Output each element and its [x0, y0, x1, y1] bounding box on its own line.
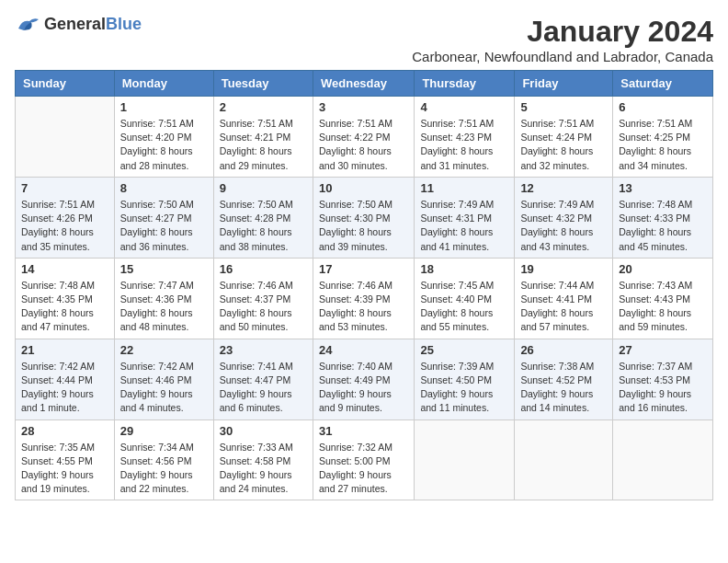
calendar-cell: 18Sunrise: 7:45 AMSunset: 4:40 PMDayligh…	[415, 258, 515, 339]
day-number: 21	[21, 343, 108, 357]
subtitle: Carbonear, Newfoundland and Labrador, Ca…	[412, 49, 713, 64]
header-monday: Monday	[114, 71, 213, 97]
logo-blue: Blue	[106, 15, 142, 33]
day-info: Sunrise: 7:39 AMSunset: 4:50 PMDaylight:…	[420, 360, 508, 416]
page-header: GeneralBlue January 2024 Carbonear, Newf…	[15, 15, 713, 64]
day-number: 23	[220, 343, 307, 357]
day-number: 3	[319, 100, 408, 114]
calendar-cell: 15Sunrise: 7:47 AMSunset: 4:36 PMDayligh…	[114, 258, 213, 339]
calendar-cell	[613, 419, 713, 500]
calendar-cell: 22Sunrise: 7:42 AMSunset: 4:46 PMDayligh…	[114, 339, 213, 419]
day-info: Sunrise: 7:34 AMSunset: 4:56 PMDaylight:…	[120, 441, 208, 497]
day-info: Sunrise: 7:40 AMSunset: 4:49 PMDaylight:…	[319, 360, 408, 416]
calendar-cell: 3Sunrise: 7:51 AMSunset: 4:22 PMDaylight…	[313, 97, 414, 178]
header-wednesday: Wednesday	[313, 71, 414, 97]
day-info: Sunrise: 7:51 AMSunset: 4:24 PMDaylight:…	[520, 117, 607, 173]
day-number: 24	[319, 343, 408, 357]
day-number: 11	[420, 181, 508, 195]
calendar-cell: 2Sunrise: 7:51 AMSunset: 4:21 PMDaylight…	[213, 97, 313, 178]
calendar-week-row: 7Sunrise: 7:51 AMSunset: 4:26 PMDaylight…	[16, 177, 713, 258]
calendar-week-row: 28Sunrise: 7:35 AMSunset: 4:55 PMDayligh…	[16, 419, 713, 500]
day-info: Sunrise: 7:51 AMSunset: 4:26 PMDaylight:…	[21, 198, 108, 254]
day-info: Sunrise: 7:38 AMSunset: 4:52 PMDaylight:…	[520, 360, 607, 416]
calendar-cell: 16Sunrise: 7:46 AMSunset: 4:37 PMDayligh…	[213, 258, 313, 339]
calendar-table: SundayMondayTuesdayWednesdayThursdayFrid…	[15, 70, 713, 500]
calendar-cell: 23Sunrise: 7:41 AMSunset: 4:47 PMDayligh…	[213, 339, 313, 419]
calendar-cell: 8Sunrise: 7:50 AMSunset: 4:27 PMDaylight…	[114, 177, 213, 258]
day-info: Sunrise: 7:51 AMSunset: 4:21 PMDaylight:…	[220, 117, 307, 173]
day-number: 8	[120, 181, 208, 195]
day-info: Sunrise: 7:48 AMSunset: 4:33 PMDaylight:…	[619, 198, 707, 254]
header-saturday: Saturday	[613, 71, 713, 97]
day-number: 28	[21, 424, 108, 438]
calendar-cell: 28Sunrise: 7:35 AMSunset: 4:55 PMDayligh…	[16, 419, 115, 500]
day-info: Sunrise: 7:43 AMSunset: 4:43 PMDaylight:…	[619, 279, 707, 335]
logo-icon	[15, 16, 40, 34]
title-area: January 2024 Carbonear, Newfoundland and…	[412, 15, 713, 64]
calendar-cell: 6Sunrise: 7:51 AMSunset: 4:25 PMDaylight…	[613, 97, 713, 178]
calendar-cell: 24Sunrise: 7:40 AMSunset: 4:49 PMDayligh…	[313, 339, 414, 419]
day-number: 5	[520, 100, 607, 114]
logo-general: General	[44, 15, 106, 33]
calendar-cell: 9Sunrise: 7:50 AMSunset: 4:28 PMDaylight…	[213, 177, 313, 258]
day-info: Sunrise: 7:51 AMSunset: 4:20 PMDaylight:…	[120, 117, 208, 173]
calendar-cell	[415, 419, 515, 500]
day-info: Sunrise: 7:47 AMSunset: 4:36 PMDaylight:…	[120, 279, 208, 335]
day-info: Sunrise: 7:41 AMSunset: 4:47 PMDaylight:…	[220, 360, 307, 416]
calendar-cell: 25Sunrise: 7:39 AMSunset: 4:50 PMDayligh…	[415, 339, 515, 419]
calendar-cell: 21Sunrise: 7:42 AMSunset: 4:44 PMDayligh…	[16, 339, 115, 419]
day-info: Sunrise: 7:44 AMSunset: 4:41 PMDaylight:…	[520, 279, 607, 335]
calendar-cell: 10Sunrise: 7:50 AMSunset: 4:30 PMDayligh…	[313, 177, 414, 258]
day-number: 4	[420, 100, 508, 114]
day-info: Sunrise: 7:32 AMSunset: 5:00 PMDaylight:…	[319, 441, 408, 497]
calendar-cell: 27Sunrise: 7:37 AMSunset: 4:53 PMDayligh…	[613, 339, 713, 419]
day-info: Sunrise: 7:51 AMSunset: 4:22 PMDaylight:…	[319, 117, 408, 173]
header-sunday: Sunday	[16, 71, 115, 97]
header-friday: Friday	[515, 71, 613, 97]
day-info: Sunrise: 7:51 AMSunset: 4:25 PMDaylight:…	[619, 117, 707, 173]
day-info: Sunrise: 7:50 AMSunset: 4:27 PMDaylight:…	[120, 198, 208, 254]
day-number: 18	[420, 262, 508, 276]
day-number: 6	[619, 100, 707, 114]
calendar-week-row: 14Sunrise: 7:48 AMSunset: 4:35 PMDayligh…	[16, 258, 713, 339]
calendar-header-row: SundayMondayTuesdayWednesdayThursdayFrid…	[16, 71, 713, 97]
day-number: 17	[319, 262, 408, 276]
day-number: 7	[21, 181, 108, 195]
calendar-cell: 29Sunrise: 7:34 AMSunset: 4:56 PMDayligh…	[114, 419, 213, 500]
calendar-week-row: 1Sunrise: 7:51 AMSunset: 4:20 PMDaylight…	[16, 97, 713, 178]
day-number: 1	[120, 100, 208, 114]
day-number: 2	[220, 100, 307, 114]
day-number: 10	[319, 181, 408, 195]
day-number: 14	[21, 262, 108, 276]
calendar-cell: 19Sunrise: 7:44 AMSunset: 4:41 PMDayligh…	[515, 258, 613, 339]
day-number: 12	[520, 181, 607, 195]
day-info: Sunrise: 7:51 AMSunset: 4:23 PMDaylight:…	[420, 117, 508, 173]
day-info: Sunrise: 7:48 AMSunset: 4:35 PMDaylight:…	[21, 279, 108, 335]
day-number: 25	[420, 343, 508, 357]
day-info: Sunrise: 7:49 AMSunset: 4:31 PMDaylight:…	[420, 198, 508, 254]
day-number: 19	[520, 262, 607, 276]
day-number: 27	[619, 343, 707, 357]
day-number: 30	[220, 424, 307, 438]
calendar-cell	[515, 419, 613, 500]
day-number: 13	[619, 181, 707, 195]
calendar-cell: 14Sunrise: 7:48 AMSunset: 4:35 PMDayligh…	[16, 258, 115, 339]
logo-text: GeneralBlue	[44, 15, 142, 34]
calendar-cell: 30Sunrise: 7:33 AMSunset: 4:58 PMDayligh…	[213, 419, 313, 500]
calendar-week-row: 21Sunrise: 7:42 AMSunset: 4:44 PMDayligh…	[16, 339, 713, 419]
day-number: 15	[120, 262, 208, 276]
day-info: Sunrise: 7:37 AMSunset: 4:53 PMDaylight:…	[619, 360, 707, 416]
day-number: 16	[220, 262, 307, 276]
day-info: Sunrise: 7:49 AMSunset: 4:32 PMDaylight:…	[520, 198, 607, 254]
logo: GeneralBlue	[15, 15, 142, 34]
calendar-cell	[16, 97, 115, 178]
day-info: Sunrise: 7:46 AMSunset: 4:37 PMDaylight:…	[220, 279, 307, 335]
day-info: Sunrise: 7:50 AMSunset: 4:28 PMDaylight:…	[220, 198, 307, 254]
calendar-cell: 17Sunrise: 7:46 AMSunset: 4:39 PMDayligh…	[313, 258, 414, 339]
day-info: Sunrise: 7:50 AMSunset: 4:30 PMDaylight:…	[319, 198, 408, 254]
day-info: Sunrise: 7:42 AMSunset: 4:44 PMDaylight:…	[21, 360, 108, 416]
day-info: Sunrise: 7:42 AMSunset: 4:46 PMDaylight:…	[120, 360, 208, 416]
day-info: Sunrise: 7:35 AMSunset: 4:55 PMDaylight:…	[21, 441, 108, 497]
header-thursday: Thursday	[415, 71, 515, 97]
day-info: Sunrise: 7:46 AMSunset: 4:39 PMDaylight:…	[319, 279, 408, 335]
